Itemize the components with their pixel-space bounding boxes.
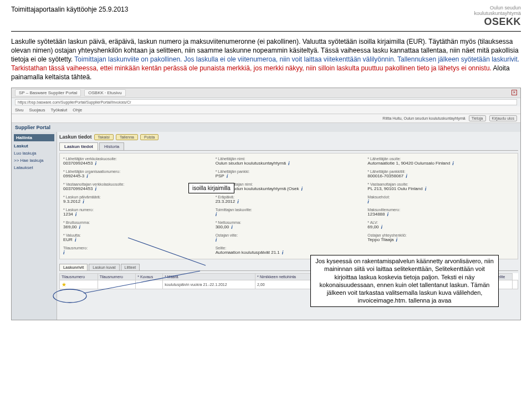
field-value[interactable]: EURi xyxy=(63,237,210,243)
form-field: Tilausnumero:i xyxy=(63,246,210,255)
form-col2: * Lähettäjän nimi:Oulun seudun koulutusk… xyxy=(216,157,362,255)
form-col1: * Lähettäjän verkkolaskuosoite:003709924… xyxy=(63,157,210,255)
logout-button[interactable]: Kirjaudu ulos xyxy=(489,115,517,121)
user-bar: Riitta Huitu, Oulun seudun koulutuskunta… xyxy=(12,114,520,123)
grid-cell[interactable] xyxy=(98,280,136,289)
field-value[interactable]: 23.3.2012i xyxy=(216,199,362,204)
field-value[interactable]: 003709924453i xyxy=(63,186,210,192)
star-icon[interactable]: ★ xyxy=(60,280,98,289)
field-value[interactable]: 003709924453i xyxy=(63,161,210,166)
grid-col-header[interactable]: Tilausnumero xyxy=(98,273,136,280)
info-icon[interactable]: i xyxy=(396,237,398,243)
grid-cell[interactable] xyxy=(136,280,163,289)
field-value[interactable]: i xyxy=(216,212,362,217)
browser-tab-osekk[interactable]: OSBKK · Etusivu xyxy=(84,89,125,96)
field-value[interactable]: PSPi xyxy=(216,173,362,179)
field-value[interactable]: 0992445-3i xyxy=(63,173,210,179)
menu-suojaus[interactable]: Suojaus xyxy=(29,108,45,112)
info-icon[interactable]: i xyxy=(282,250,284,255)
sidebar-item-search[interactable]: >> Hae laskuja xyxy=(14,157,54,164)
field-value[interactable]: 9.3.2012i xyxy=(63,199,210,204)
info-icon[interactable]: i xyxy=(216,212,217,217)
main-header: Laskun tiedot Takaisi Tallenna Poista xyxy=(59,134,518,140)
info-icon[interactable]: i xyxy=(75,212,77,217)
info-icon[interactable]: i xyxy=(86,173,88,179)
info-icon[interactable]: i xyxy=(381,224,382,230)
menu-ohje[interactable]: Ohje xyxy=(73,108,82,112)
grid-cell[interactable]: 2,00 xyxy=(255,280,315,289)
field-value[interactable]: Teppo Tilaajai xyxy=(367,237,514,243)
address-bar[interactable]: https://bsp.basware.com/SupplierPortal/S… xyxy=(15,99,517,105)
info-icon[interactable]: i xyxy=(95,161,96,166)
form-field: * ALV:69,00i xyxy=(367,221,514,230)
save-button[interactable]: Tallenna xyxy=(116,134,138,140)
field-value[interactable]: PL 213, 90101 Oulu Finlandi xyxy=(367,186,514,192)
field-value[interactable]: 300,00i xyxy=(216,224,362,230)
grid-cell[interactable] xyxy=(513,280,518,289)
browser-tabs: SP – Basware Supplier Portal OSBKK · Etu… xyxy=(12,88,520,98)
form-field: * Eräpäivä:23.3.2012i xyxy=(216,195,362,204)
form-field: Maksuehdot:i xyxy=(367,195,514,204)
field-label: * Vastaanottajan osoite: xyxy=(367,182,514,186)
field-value[interactable]: 69,00i xyxy=(367,224,514,230)
grid-col-header[interactable]: * Nimikkeen nettohinta xyxy=(255,273,315,280)
info-icon[interactable]: i xyxy=(75,237,76,243)
field-value[interactable]: 800016-70358067i xyxy=(367,173,514,179)
info-icon[interactable]: i xyxy=(237,199,239,204)
info-icon[interactable]: i xyxy=(301,186,303,192)
close-icon[interactable]: ✕ xyxy=(511,90,517,95)
back-button[interactable]: Takaisi xyxy=(94,134,114,140)
field-value[interactable]: i xyxy=(367,199,514,204)
menu-tyokalut[interactable]: Työkalut xyxy=(50,108,67,112)
info-icon[interactable]: i xyxy=(95,186,96,192)
info-icon[interactable]: i xyxy=(63,250,65,255)
field-label: * Laskun numero: xyxy=(63,208,210,212)
field-value[interactable]: Oulun seudun koulutuskuntayhtymäi xyxy=(216,161,362,166)
intro-paragraph: Laskulle syötetään laskun päivä, eräpäiv… xyxy=(11,37,521,82)
tab-historia[interactable]: Historia xyxy=(99,142,124,150)
field-value[interactable]: Automaatiotie 1, 90420 Oulunsalo Finland… xyxy=(367,161,514,166)
info-icon[interactable]: i xyxy=(367,199,369,204)
form-field: * Lähettäjän pankki:PSPi xyxy=(216,170,362,179)
field-label: Ostajan viite: xyxy=(216,233,362,237)
field-value[interactable]: i xyxy=(63,250,210,255)
feed-button[interactable]: Tietoja xyxy=(469,115,486,121)
info-icon[interactable]: i xyxy=(387,212,389,217)
grid-cell[interactable]: koulutuspäivin vuokra 21.-22.1.2012 xyxy=(163,280,255,289)
field-value[interactable]: 1234888i xyxy=(367,212,514,217)
field-value[interactable]: Oulun seudun koulutuskuntayhtymä (Oseki xyxy=(216,186,362,192)
info-icon[interactable]: i xyxy=(425,186,427,192)
info-icon[interactable]: i xyxy=(452,161,454,166)
subtab-rows[interactable]: Laskunrivit xyxy=(59,264,88,270)
tab-tiedot[interactable]: Laskun tiedot xyxy=(59,142,98,150)
grid-col-header[interactable]: Tilausnumero xyxy=(60,273,98,280)
field-label: Toimittajan laskuviite: xyxy=(216,208,362,212)
info-icon[interactable]: i xyxy=(231,224,233,230)
subtab-attach[interactable]: Liitteet xyxy=(121,264,140,270)
subtab-images[interactable]: Laskun kuvat xyxy=(89,264,119,270)
grid-col-header[interactable]: * Kuvaus xyxy=(136,273,163,280)
sidebar-item-create[interactable]: Luo laskuja xyxy=(14,150,54,157)
info-icon[interactable]: i xyxy=(216,237,217,243)
field-label: * Lähettäjän nimi: xyxy=(216,157,362,161)
info-icon[interactable]: i xyxy=(288,161,290,166)
browser-tab-main[interactable]: SP – Basware Supplier Portal xyxy=(15,89,81,96)
menu-sivu[interactable]: Sivu xyxy=(15,108,24,112)
info-icon[interactable]: i xyxy=(79,224,80,230)
info-icon[interactable]: i xyxy=(83,199,84,204)
callout-isoilla: isoilla kirjaimilla xyxy=(188,183,234,193)
field-label: * Lähettäjän osoite: xyxy=(367,157,514,161)
field-label: * Vastaanottajan nimi: xyxy=(216,182,362,186)
sidebar-item-downloads[interactable]: Lataukset xyxy=(14,164,54,171)
info-icon[interactable]: i xyxy=(406,173,407,179)
delete-button[interactable]: Poista xyxy=(140,134,158,140)
field-label: Maksuehdot: xyxy=(367,195,514,199)
org-block: Oulun seudun koulutuskuntayhtymä OSEKK xyxy=(474,6,521,28)
info-icon[interactable]: i xyxy=(227,173,228,179)
field-value[interactable]: 369,00i xyxy=(63,224,210,230)
sidebar: Hallinta Laskut Luo laskuja >> Hae lasku… xyxy=(12,132,57,320)
field-value[interactable]: 1234i xyxy=(63,212,210,217)
field-value[interactable]: i xyxy=(216,237,362,243)
field-label: * Lähettäjän verkkolaskuosoite: xyxy=(63,157,210,161)
grid-col-header[interactable]: * Määrä xyxy=(163,273,255,280)
